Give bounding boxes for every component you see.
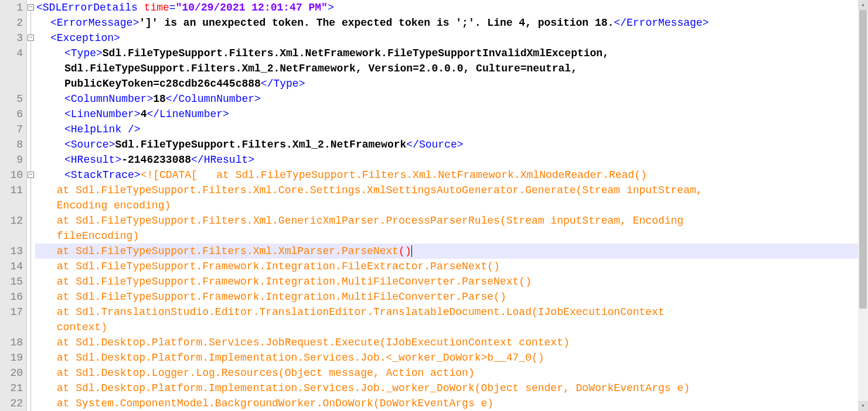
token-cdata: at Sdl.Desktop.Platform.Services.JobRequ… bbox=[50, 337, 570, 348]
token-tag: <LineNumber> bbox=[64, 108, 141, 120]
scroll-up-button[interactable]: ▴ bbox=[858, 0, 868, 10]
line-number: 4 bbox=[0, 46, 23, 61]
fold-toggle[interactable]: − bbox=[28, 4, 34, 11]
fold-margin: −−− bbox=[27, 0, 35, 411]
line-number bbox=[0, 76, 23, 91]
line-number: 18 bbox=[0, 335, 23, 350]
code-line[interactable]: <HResult>-2146233088</HResult> bbox=[35, 152, 868, 167]
code-line[interactable]: at Sdl.FileTypeSupport.Filters.Xml.XmlPa… bbox=[35, 244, 868, 259]
scroll-down-button[interactable]: ▾ bbox=[858, 401, 868, 411]
token-cdata: at Sdl.FileTypeSupport.Framework.Integra… bbox=[50, 276, 532, 287]
code-line[interactable]: <Type>Sdl.FileTypeSupport.Filters.Xml.Ne… bbox=[35, 46, 868, 61]
token-cdata: Encoding encoding) bbox=[50, 200, 171, 211]
token-txt: ']' is an unexpected token. The expected… bbox=[139, 17, 614, 29]
token-paren: () bbox=[399, 245, 411, 257]
text-cursor bbox=[411, 245, 412, 257]
code-line[interactable]: at Sdl.FileTypeSupport.Framework.Integra… bbox=[35, 259, 868, 274]
code-line[interactable]: at Sdl.FileTypeSupport.Filters.Xml.Core.… bbox=[35, 183, 868, 198]
line-number: 6 bbox=[0, 107, 23, 122]
line-number: 15 bbox=[0, 274, 23, 289]
token-cdata: at Sdl.FileTypeSupport.Filters.Xml.XmlPa… bbox=[50, 245, 399, 257]
code-line[interactable]: at Sdl.Desktop.Logger.Log.Resources(Obje… bbox=[35, 365, 868, 381]
line-number: 12 bbox=[0, 213, 23, 228]
token-tag: <HResult> bbox=[64, 154, 121, 166]
token-txt: 4 bbox=[141, 108, 147, 120]
code-line[interactable]: at Sdl.Desktop.Platform.Implementation.S… bbox=[35, 381, 868, 396]
fold-toggle[interactable]: − bbox=[28, 172, 34, 178]
token-cdata: at Sdl.Desktop.Logger.Log.Resources(Obje… bbox=[50, 367, 475, 379]
code-line[interactable]: at Sdl.Desktop.Platform.Services.JobRequ… bbox=[35, 335, 868, 350]
vertical-scrollbar[interactable]: ▴ ▾ bbox=[858, 0, 868, 411]
token-tag: <Exception> bbox=[50, 32, 120, 44]
line-number bbox=[0, 61, 23, 76]
line-number bbox=[0, 198, 23, 213]
line-number: 17 bbox=[0, 304, 23, 320]
line-number: 7 bbox=[0, 122, 23, 137]
code-line[interactable]: Sdl.FileTypeSupport.Filters.Xml_2.NetFra… bbox=[35, 61, 868, 76]
fold-toggle[interactable]: − bbox=[28, 35, 34, 41]
token-cdata: at Sdl.Desktop.Platform.Implementation.S… bbox=[50, 382, 690, 394]
code-line[interactable]: at Sdl.FileTypeSupport.Framework.Integra… bbox=[35, 274, 868, 289]
line-number: 9 bbox=[0, 152, 23, 167]
code-line[interactable]: PublicKeyToken=c28cdb26c445c888</Type> bbox=[35, 76, 868, 91]
token-tag: <HelpLink /> bbox=[64, 124, 141, 135]
code-line[interactable]: <LineNumber>4</LineNumber> bbox=[35, 107, 868, 122]
code-line[interactable]: <ColumnNumber>18</ColumnNumber> bbox=[35, 91, 868, 107]
token-tag: <SDLErrorDetails bbox=[36, 2, 138, 13]
line-number: 16 bbox=[0, 289, 23, 304]
code-line[interactable]: at Sdl.FileTypeSupport.Filters.Xml.Gener… bbox=[35, 213, 868, 228]
code-line[interactable]: at Sdl.TranslationStudio.Editor.Translat… bbox=[35, 304, 868, 320]
token-txt: 18 bbox=[153, 93, 166, 105]
token-tag: <StackTrace> bbox=[64, 169, 141, 181]
token-tag: > bbox=[328, 2, 334, 13]
code-line[interactable]: context) bbox=[35, 320, 868, 335]
line-number: 8 bbox=[0, 137, 23, 152]
line-number: 13 bbox=[0, 244, 23, 259]
token-cdata: <![CDATA[ at Sdl.FileTypeSupport.Filters… bbox=[141, 169, 647, 181]
token-txt: Sdl.FileTypeSupport.Filters.Xml.NetFrame… bbox=[103, 47, 615, 59]
code-line[interactable]: <HelpLink /> bbox=[35, 122, 868, 137]
line-number: 21 bbox=[0, 381, 23, 396]
token-tag: </Source> bbox=[406, 139, 463, 150]
line-number bbox=[0, 320, 23, 335]
scroll-thumb[interactable] bbox=[859, 10, 867, 309]
token-txt: -2146233088 bbox=[121, 154, 191, 166]
token-cdata: fileEncoding) bbox=[50, 230, 139, 242]
code-line[interactable]: <SDLErrorDetails time="10/29/2021 12:01:… bbox=[35, 0, 868, 15]
token-tag: </Type> bbox=[261, 78, 305, 90]
token-txt: PublicKeyToken=c28cdb26c445c888 bbox=[64, 78, 261, 90]
code-line[interactable]: at System.ComponentModel.BackgroundWorke… bbox=[35, 396, 868, 411]
token-txt bbox=[138, 2, 144, 13]
token-tag: = bbox=[169, 2, 176, 13]
token-cdata: at Sdl.TranslationStudio.Editor.Translat… bbox=[50, 306, 671, 318]
code-line[interactable]: at Sdl.FileTypeSupport.Framework.Integra… bbox=[35, 289, 868, 304]
code-line[interactable]: at Sdl.Desktop.Platform.Implementation.S… bbox=[35, 350, 868, 365]
code-line[interactable]: <ErrorMessage>']' is an unexpected token… bbox=[35, 15, 868, 30]
line-number: 14 bbox=[0, 259, 23, 274]
line-number: 5 bbox=[0, 91, 23, 107]
token-tag: </HResult> bbox=[191, 154, 254, 166]
line-number: 20 bbox=[0, 365, 23, 381]
code-area[interactable]: <SDLErrorDetails time="10/29/2021 12:01:… bbox=[35, 0, 868, 411]
token-val: "10/29/2021 12:01:47 PM" bbox=[176, 2, 328, 13]
code-line[interactable]: <Source>Sdl.FileTypeSupport.Filters.Xml_… bbox=[35, 137, 868, 152]
code-line[interactable]: fileEncoding) bbox=[35, 228, 868, 244]
token-tag: <ErrorMessage> bbox=[50, 17, 139, 29]
token-cdata: at Sdl.FileTypeSupport.Framework.Integra… bbox=[50, 291, 506, 303]
token-tag: </ColumnNumber> bbox=[166, 93, 261, 105]
token-txt: Sdl.FileTypeSupport.Filters.Xml_2.NetFra… bbox=[64, 63, 584, 74]
code-line[interactable]: Encoding encoding) bbox=[35, 198, 868, 213]
line-number: 19 bbox=[0, 350, 23, 365]
token-cdata: at System.ComponentModel.BackgroundWorke… bbox=[50, 398, 493, 409]
token-tag: <Type> bbox=[64, 47, 103, 59]
line-number: 22 bbox=[0, 396, 23, 411]
token-tag: <ColumnNumber> bbox=[64, 93, 153, 105]
token-txt: Sdl.FileTypeSupport.Filters.Xml_2.NetFra… bbox=[115, 139, 406, 150]
token-attr: time bbox=[144, 2, 169, 13]
token-cdata: at Sdl.FileTypeSupport.Filters.Xml.Core.… bbox=[50, 184, 709, 196]
token-cdata: at Sdl.FileTypeSupport.Framework.Integra… bbox=[50, 261, 500, 272]
line-number-gutter: 12345678910111213141516171819202122 bbox=[0, 0, 27, 411]
code-line[interactable]: <Exception> bbox=[35, 30, 868, 46]
code-line[interactable]: <StackTrace><![CDATA[ at Sdl.FileTypeSup… bbox=[35, 167, 868, 183]
line-number: 11 bbox=[0, 183, 23, 198]
